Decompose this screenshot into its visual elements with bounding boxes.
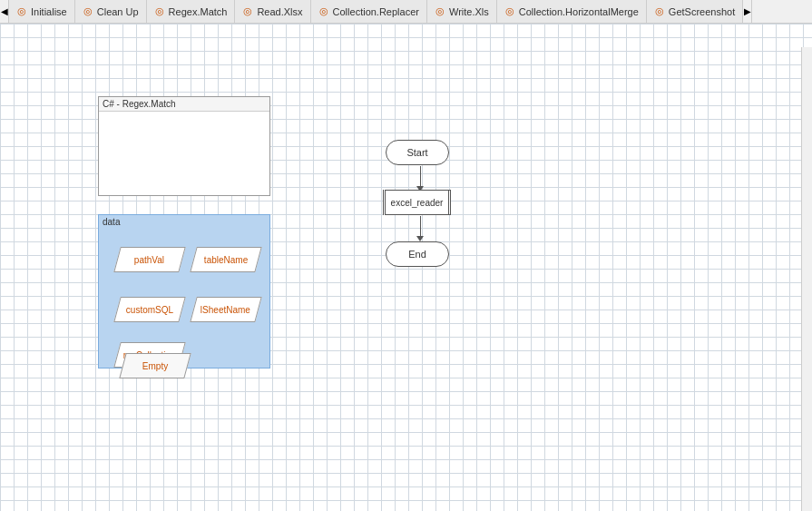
scrollbar-right[interactable] (801, 47, 812, 511)
tab-initialise[interactable]: ◎ Initialise (9, 0, 75, 23)
tab-getscreenshot[interactable]: ◎ GetScreenshot (647, 0, 743, 23)
flow-end[interactable]: End (386, 241, 449, 267)
tab-readxlsx[interactable]: ◎ Read.Xlsx (235, 0, 310, 23)
parallelogram-tablename[interactable]: tableName (190, 247, 262, 272)
arrow-line-1 (420, 166, 421, 186)
parallelogram-label-tablename: tableName (204, 255, 248, 265)
tab-icon-writexls: ◎ (435, 6, 445, 17)
tab-label-cleanup: Clean Up (97, 6, 139, 17)
tab-scroll-left[interactable]: ◀ (0, 0, 9, 24)
tab-icon-collectionhorizontalmerge: ◎ (504, 6, 515, 17)
data-group-label: data (99, 215, 269, 229)
tab-label-regexmatch: Regex.Match (169, 6, 228, 17)
tab-icon-collectionreplacer: ◎ (318, 6, 329, 17)
parallelogram-lsheetname[interactable]: lSheetName (190, 297, 262, 322)
canvas: C# - Regex.Match data pathVal tableName … (0, 24, 812, 511)
tab-label-writexls: Write.Xls (449, 6, 489, 17)
tab-bar: ◀ ◎ Initialise ◎ Clean Up ◎ Regex.Match … (0, 0, 812, 24)
tab-icon-cleanup: ◎ (83, 6, 93, 17)
tab-scroll-right[interactable]: ▶ (743, 0, 752, 24)
tab-icon-getscreenshot: ◎ (654, 6, 665, 17)
tab-icon-regexmatch: ◎ (154, 6, 165, 17)
code-box-body[interactable] (99, 112, 269, 193)
flow-process[interactable]: excel_reader (383, 190, 451, 215)
parallelogram-empty[interactable]: Empty (119, 353, 191, 378)
tab-label-readxlsx: Read.Xlsx (257, 6, 302, 17)
flow-end-label: End (408, 249, 426, 260)
tab-label-collectionreplacer: Collection.Replacer (333, 6, 419, 17)
tab-label-getscreenshot: GetScreenshot (669, 6, 735, 17)
flow-process-label: excel_reader (391, 198, 444, 208)
tab-regexmatch[interactable]: ◎ Regex.Match (147, 0, 236, 23)
parallelogram-label-lsheetname: lSheetName (201, 305, 250, 315)
arrow-line-2 (420, 216, 421, 236)
arrow-start-process (416, 166, 424, 192)
tab-writexls[interactable]: ◎ Write.Xls (427, 0, 497, 23)
parallelogram-customsql[interactable]: customSQL (113, 297, 186, 322)
tab-icon-initialise: ◎ (16, 6, 27, 17)
tab-collectionhorizontalmerge[interactable]: ◎ Collection.HorizontalMerge (497, 0, 647, 23)
code-box-title: C# - Regex.Match (99, 97, 269, 112)
tab-icon-readxlsx: ◎ (242, 6, 253, 17)
parallelogram-pathval[interactable]: pathVal (113, 247, 186, 272)
tab-cleanup[interactable]: ◎ Clean Up (75, 0, 147, 23)
flow-start[interactable]: Start (386, 140, 449, 165)
code-box: C# - Regex.Match (98, 96, 270, 196)
tab-label-initialise: Initialise (31, 6, 67, 17)
parallelogram-label-customsql: customSQL (126, 305, 173, 315)
flow-start-label: Start (406, 147, 427, 158)
arrow-process-end (416, 216, 424, 241)
tab-collectionreplacer[interactable]: ◎ Collection.Replacer (311, 0, 427, 23)
parallelogram-label-pathval: pathVal (134, 255, 164, 265)
tab-label-collectionhorizontalmerge: Collection.HorizontalMerge (519, 6, 639, 17)
parallelogram-label-empty: Empty (142, 361, 168, 371)
data-group: data pathVal tableName customSQL lSheetN… (98, 214, 270, 369)
